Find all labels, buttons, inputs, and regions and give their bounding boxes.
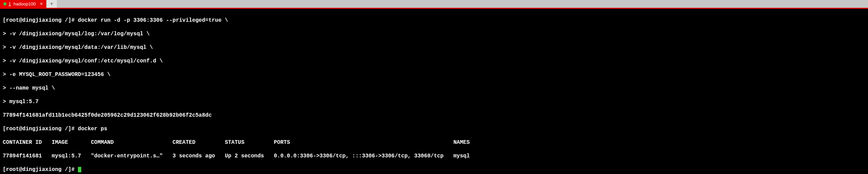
close-icon[interactable]: ✕ xyxy=(40,2,43,6)
cursor-icon xyxy=(78,167,81,172)
tab-hadoop100[interactable]: 1 hadoop100 ✕ xyxy=(0,0,46,8)
terminal-line: > -v /dingjiaxiong/mysql/conf:/etc/mysql… xyxy=(3,58,865,64)
terminal-line: 77894f141681afd11b1ecb6425f0de205962c29d… xyxy=(3,112,865,119)
tab-label: 1 hadoop100 xyxy=(9,1,36,6)
terminal-output[interactable]: [root@dingjiaxiong /]# docker run -d -p … xyxy=(0,9,868,174)
terminal-line: [root@dingjiaxiong /]# docker run -d -p … xyxy=(3,17,865,24)
terminal-line: 77894f141681 mysql:5.7 "docker-entrypoin… xyxy=(3,153,865,159)
terminal-line: > -v /dingjiaxiong/mysql/log:/var/log/my… xyxy=(3,31,865,37)
terminal-line: CONTAINER ID IMAGE COMMAND CREATED STATU… xyxy=(3,139,865,146)
add-tab-button[interactable]: + xyxy=(46,0,57,8)
tab-bar: 1 hadoop100 ✕ + xyxy=(0,0,868,9)
terminal-line: > -v /dingjiaxiong/mysql/data:/var/lib/m… xyxy=(3,44,865,51)
terminal-line: > --name mysql \ xyxy=(3,85,865,92)
tab-number: 1 xyxy=(9,1,11,6)
status-dot-icon xyxy=(3,2,6,5)
terminal-line: > mysql:5.7 xyxy=(3,98,865,105)
terminal-prompt-line: [root@dingjiaxiong /]# xyxy=(3,166,865,173)
terminal-line: [root@dingjiaxiong /]# docker ps xyxy=(3,125,865,132)
terminal-line: > -e MYSQL_ROOT_PASSWORD=123456 \ xyxy=(3,71,865,78)
tab-name: hadoop100 xyxy=(14,1,36,6)
terminal-prompt: [root@dingjiaxiong /]# xyxy=(3,167,78,173)
